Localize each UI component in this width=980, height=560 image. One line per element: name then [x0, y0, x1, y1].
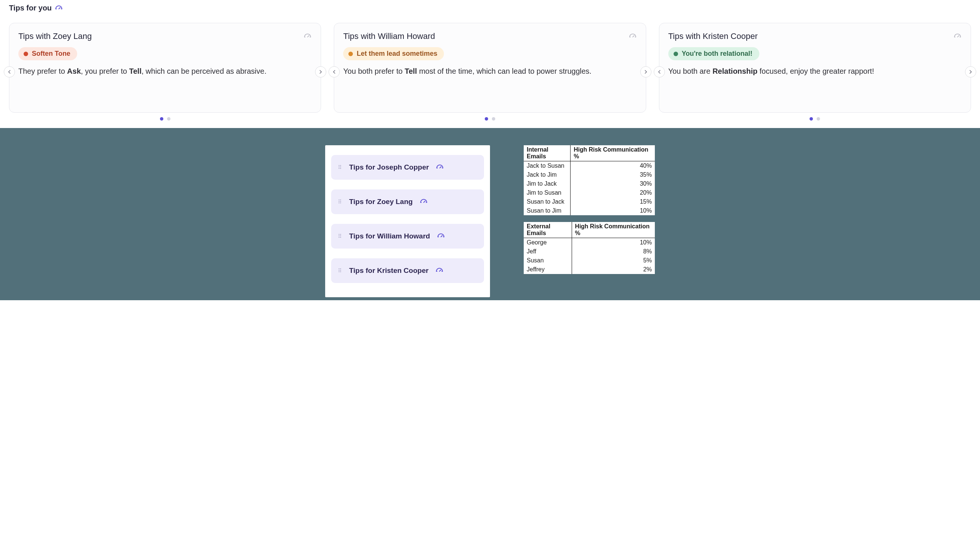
gauge-icon: [55, 4, 63, 12]
table-body: George10%Jeff8%Susan5%Jeffrey2%: [524, 238, 655, 274]
list-item-label: Tips for Kristen Cooper: [349, 267, 428, 275]
drag-handle-icon[interactable]: ⠿: [338, 235, 343, 238]
pager: [659, 117, 971, 120]
tip-card-title: Tips with William Howard: [343, 32, 435, 41]
prev-tip-button[interactable]: [654, 66, 665, 77]
table-cell: 20%: [570, 188, 655, 197]
gauge-icon: [435, 267, 443, 275]
table-cell: 15%: [570, 197, 655, 206]
gauge-icon: [629, 32, 637, 40]
tables-column: Internal Emails High Risk Communication …: [524, 145, 655, 274]
gauge-icon: [437, 232, 445, 240]
table-cell: Jeff: [524, 247, 572, 256]
table-row: Jim to Jack30%: [524, 179, 655, 188]
bottom-region: ⠿ Tips for Joseph Copper ⠿ Tips for Zoey…: [0, 128, 980, 300]
tip-badge-label: Soften Tone: [32, 50, 70, 58]
prev-tip-button[interactable]: [4, 66, 15, 77]
table-cell: 35%: [570, 170, 655, 179]
tip-body: You both prefer to Tell most of the time…: [343, 65, 637, 77]
table-row: Jack to Susan40%: [524, 161, 655, 171]
table-header: External Emails: [524, 222, 572, 238]
tip-badge-label: Let them lead sometimes: [357, 50, 437, 58]
pager-dot[interactable]: [485, 117, 488, 120]
tip-card-head: Tips with William Howard: [343, 32, 637, 41]
tip-card-title: Tips with Kristen Cooper: [668, 32, 758, 41]
external-emails-table: External Emails High Risk Communication …: [524, 222, 655, 274]
tips-list-panel: ⠿ Tips for Joseph Copper ⠿ Tips for Zoey…: [325, 145, 490, 297]
drag-handle-icon[interactable]: ⠿: [338, 269, 343, 272]
section-title-text: Tips for you: [9, 4, 52, 12]
tip-card-wrap: Tips with Zoey Lang Soften Tone They pre…: [9, 23, 321, 120]
drag-handle-icon[interactable]: ⠿: [338, 166, 343, 169]
table-cell: 5%: [572, 256, 655, 265]
table-cell: 10%: [572, 238, 655, 247]
next-tip-button[interactable]: [315, 66, 326, 77]
table-cell: 40%: [570, 161, 655, 171]
prev-tip-button[interactable]: [329, 66, 340, 77]
tip-card[interactable]: Tips with William Howard Let them lead s…: [334, 23, 646, 113]
list-item[interactable]: ⠿ Tips for Zoey Lang: [331, 189, 484, 214]
tip-badge: You're both relational!: [668, 47, 759, 60]
table-cell: Jim to Jack: [524, 179, 570, 188]
table-cell: 30%: [570, 179, 655, 188]
table-cell: Jack to Jim: [524, 170, 570, 179]
list-item[interactable]: ⠿ Tips for Joseph Copper: [331, 155, 484, 180]
table-cell: Jim to Susan: [524, 188, 570, 197]
tip-badge: Let them lead sometimes: [343, 47, 444, 60]
internal-emails-table: Internal Emails High Risk Communication …: [524, 145, 655, 215]
list-item-label: Tips for William Howard: [349, 232, 430, 240]
tip-card-head: Tips with Zoey Lang: [18, 32, 312, 41]
table-header: High Risk Communication %: [572, 222, 655, 238]
table-row: Susan to Jack15%: [524, 197, 655, 206]
table-cell: Jeffrey: [524, 265, 572, 274]
table-row: Susan to Jim10%: [524, 206, 655, 215]
table-row: Jim to Susan20%: [524, 188, 655, 197]
tips-for-you-section: Tips for you Tips with Zoey Lang: [0, 0, 980, 128]
next-tip-button[interactable]: [965, 66, 976, 77]
table-row: Jeff8%: [524, 247, 655, 256]
list-item[interactable]: ⠿ Tips for Kristen Cooper: [331, 258, 484, 283]
tip-card[interactable]: Tips with Zoey Lang Soften Tone They pre…: [9, 23, 321, 113]
pager-dot[interactable]: [817, 117, 820, 120]
table-cell: George: [524, 238, 572, 247]
tip-body: You both are Relationship focused, enjoy…: [668, 65, 962, 77]
gauge-icon: [436, 163, 444, 172]
drag-handle-icon[interactable]: ⠿: [338, 200, 343, 203]
table-cell: 10%: [570, 206, 655, 215]
list-item[interactable]: ⠿ Tips for William Howard: [331, 224, 484, 248]
table-header: Internal Emails: [524, 145, 570, 161]
table-cell: Susan: [524, 256, 572, 265]
table-row: Jeffrey2%: [524, 265, 655, 274]
list-item-label: Tips for Zoey Lang: [349, 198, 413, 206]
table-cell: Susan to Jim: [524, 206, 570, 215]
pager: [9, 117, 321, 120]
table-header: High Risk Communication %: [570, 145, 655, 161]
status-dot-icon: [23, 52, 28, 56]
gauge-icon: [420, 198, 428, 206]
status-dot-icon: [348, 52, 353, 56]
pager-dot[interactable]: [160, 117, 163, 120]
tip-body: They prefer to Ask, you prefer to Tell, …: [18, 65, 312, 77]
table-cell: Susan to Jack: [524, 197, 570, 206]
gauge-icon: [953, 32, 962, 40]
pager-dot[interactable]: [492, 117, 495, 120]
gauge-icon: [303, 32, 312, 40]
status-dot-icon: [674, 52, 678, 56]
pager-dot[interactable]: [167, 117, 171, 120]
next-tip-button[interactable]: [640, 66, 651, 77]
list-item-label: Tips for Joseph Copper: [349, 163, 429, 172]
table-row: George10%: [524, 238, 655, 247]
table-body: Jack to Susan40%Jack to Jim35%Jim to Jac…: [524, 161, 655, 216]
table-cell: 2%: [572, 265, 655, 274]
table-cell: 8%: [572, 247, 655, 256]
pager: [334, 117, 646, 120]
tip-card-head: Tips with Kristen Cooper: [668, 32, 962, 41]
tip-badge: Soften Tone: [18, 47, 77, 60]
table-row: Jack to Jim35%: [524, 170, 655, 179]
tip-cards-row: Tips with Zoey Lang Soften Tone They pre…: [9, 23, 971, 120]
table-cell: Jack to Susan: [524, 161, 570, 171]
tip-card[interactable]: Tips with Kristen Cooper You're both rel…: [659, 23, 971, 113]
tip-badge-label: You're both relational!: [682, 50, 753, 58]
tip-card-wrap: Tips with Kristen Cooper You're both rel…: [659, 23, 971, 120]
pager-dot[interactable]: [809, 117, 813, 120]
